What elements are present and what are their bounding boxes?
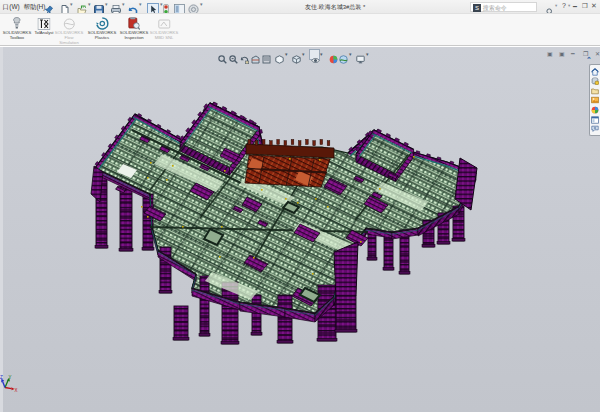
- svg-text:Z: Z: [0, 375, 3, 380]
- svg-text:X: X: [15, 388, 18, 392]
- svg-text:Y: Y: [9, 375, 12, 380]
